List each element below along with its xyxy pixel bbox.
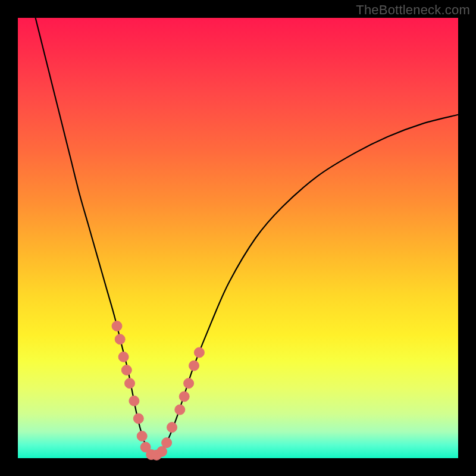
- chart-svg: [18, 18, 458, 458]
- curve-marker: [121, 365, 131, 375]
- bottleneck-curve: [36, 18, 458, 456]
- curve-marker: [179, 392, 189, 402]
- curve-marker: [125, 378, 135, 389]
- curve-marker: [118, 352, 129, 362]
- curve-marker: [184, 378, 194, 389]
- watermark-text: TheBottleneck.com: [356, 2, 470, 18]
- curve-marker: [129, 396, 139, 406]
- chart-frame: TheBottleneck.com: [0, 0, 476, 476]
- curve-marker: [157, 446, 167, 456]
- curve-marker: [112, 321, 122, 331]
- curve-marker: [115, 334, 125, 345]
- chart-plot-area: [18, 18, 458, 458]
- curve-marker: [167, 422, 177, 433]
- curve-marker: [194, 347, 204, 358]
- curve-marker: [189, 361, 199, 371]
- curve-marker: [175, 405, 185, 415]
- curve-marker: [133, 414, 143, 424]
- curve-marker: [162, 438, 172, 448]
- marker-group: [112, 321, 204, 461]
- curve-marker: [137, 431, 147, 441]
